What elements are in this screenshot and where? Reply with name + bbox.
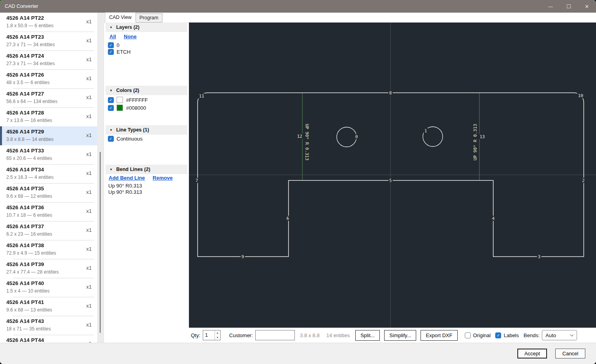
part-summary: 27.3 x 71 — 34 entities xyxy=(6,42,92,47)
cad-drawing xyxy=(189,23,596,328)
part-dimensions: 3.8 x 8.8 xyxy=(300,332,320,338)
part-summary: 7 x 13.6 — 16 entities xyxy=(6,118,92,123)
layers-section-header[interactable]: ▼ Layers (2) xyxy=(106,23,187,32)
collapse-triangle-icon: ▼ xyxy=(109,89,113,92)
part-qty: x1 xyxy=(86,265,92,271)
bend-annotation: UP 90° R 0.313 xyxy=(304,123,309,161)
tab-cad-view[interactable]: CAD View xyxy=(105,12,136,23)
split-button[interactable]: Split... xyxy=(355,330,380,341)
close-button[interactable]: ✕ xyxy=(578,0,596,13)
part-name: 4526 A14 PT34 xyxy=(6,167,92,173)
checkbox-row[interactable]: ✓Continuous xyxy=(108,136,143,142)
spin-down-icon[interactable]: ▼ xyxy=(215,335,220,340)
list-item[interactable]: 4526 A14 PT221.8 x 50.9 — 6 entitiesx1 xyxy=(0,13,97,32)
part-qty: x1 xyxy=(86,170,92,176)
part-qty: x1 xyxy=(86,94,92,100)
checkbox[interactable]: ✓ xyxy=(108,105,114,111)
customer-input[interactable] xyxy=(255,330,295,340)
checkbox[interactable]: ✓ xyxy=(108,42,114,48)
list-item-selected[interactable]: 4526 A14 PT293.8 x 8.8 — 14 entitiesx1 xyxy=(0,126,97,145)
list-item[interactable]: 4526 A14 PT2756.6 x 64 — 134 entitiesx1 xyxy=(0,88,97,107)
entity-count: 14 entities xyxy=(326,332,350,338)
part-summary: 3.8 x 8.8 — 14 entities xyxy=(6,137,92,142)
checkbox[interactable]: ✓ xyxy=(108,97,114,103)
line-types-section-header[interactable]: ▼ Line Types (1) xyxy=(106,125,187,135)
list-item[interactable]: 4526 A14 PT287 x 13.6 — 16 entitiesx1 xyxy=(0,107,97,126)
bend-lines-section-header[interactable]: ▼ Bend Lines (2) xyxy=(106,165,187,174)
list-item[interactable]: 4526 A14 PT3927.4 x 77.4 — 28 entitiesx1 xyxy=(0,259,97,278)
minimize-button[interactable]: — xyxy=(541,0,560,13)
add-bend-line-link[interactable]: Add Bend Line xyxy=(109,175,145,181)
part-name: 4526 A14 PT35 xyxy=(6,186,92,191)
bend-line-entry[interactable]: Up 90° R0.313 xyxy=(108,189,142,195)
entity-label: 9 xyxy=(241,254,245,259)
bend-line-entry[interactable]: Up 90° R0.313 xyxy=(108,183,142,189)
layers-none-link[interactable]: None xyxy=(124,34,137,39)
list-item[interactable]: 4526 A14 PT359.6 x 68 — 12 entitiesx1 xyxy=(0,183,97,202)
part-summary: 56.6 x 64 — 134 entities xyxy=(6,99,92,104)
customer-label: Customer: xyxy=(229,332,253,338)
part-name: 4526 A14 PT37 xyxy=(6,223,92,229)
part-summary: 6.2 x 23 — 16 entities xyxy=(6,231,92,237)
color-swatch xyxy=(117,97,123,103)
cad-viewport[interactable]: 118107526493011213UP 90° R 0.313UP 90° R… xyxy=(189,23,596,328)
entity-label: 1 xyxy=(424,128,428,133)
parts-list[interactable]: 4526 A14 PT221.8 x 50.9 — 6 entitiesx145… xyxy=(0,13,97,343)
list-item[interactable]: 4526 A14 PT2427.3 x 71 — 34 entitiesx1 xyxy=(0,51,97,69)
original-checkbox[interactable] xyxy=(465,332,471,338)
entity-label: 3 xyxy=(537,254,541,259)
list-item[interactable]: 4526 A14 PT2327.3 x 71 — 34 entitiesx1 xyxy=(0,32,97,51)
spin-up-icon[interactable]: ▲ xyxy=(215,330,220,335)
export-dxf-button[interactable]: Export DXF xyxy=(421,330,457,341)
checkbox-row[interactable]: ✓#008000 xyxy=(108,105,146,111)
list-item[interactable]: 4526 A14 PT2648 x 3.5 — 6 entitiesx1 xyxy=(0,69,97,88)
remove-bend-line-link[interactable]: Remove xyxy=(153,175,173,181)
collapse-triangle-icon: ▼ xyxy=(109,128,113,132)
bends-dropdown[interactable]: Auto xyxy=(542,330,577,340)
part-qty: x1 xyxy=(86,132,92,138)
checkbox-row[interactable]: ✓ETCH xyxy=(108,49,130,55)
qty-stepper[interactable]: 1 ▲ ▼ xyxy=(203,330,221,340)
entity-label: 2 xyxy=(581,178,586,183)
checkbox-label: #008000 xyxy=(126,105,146,111)
list-item[interactable]: 4526 A14 PT401.5 x 4 — 10 entitiesx1 xyxy=(0,278,97,297)
list-item[interactable]: 4526 A14 PT3365 x 20.6 — 4 entitiesx1 xyxy=(0,145,97,164)
entity-label: 5 xyxy=(389,178,393,183)
entity-label: 12 xyxy=(296,134,303,139)
part-qty: x1 xyxy=(86,208,92,214)
part-name: 4526 A14 PT28 xyxy=(6,110,92,116)
original-checkbox-row[interactable]: Original xyxy=(465,332,491,338)
tab-strip: CAD ViewProgram xyxy=(105,13,162,23)
checkbox-row[interactable]: ✓#FFFFFF xyxy=(108,97,148,103)
scrollbar-thumb[interactable] xyxy=(100,152,101,333)
list-item[interactable]: 4526 A14 PT342.5 x 16.3 — 4 entitiesx1 xyxy=(0,164,97,183)
maximize-button[interactable]: ☐ xyxy=(560,0,578,13)
part-name: 4526 A14 PT33 xyxy=(6,148,92,154)
tab-program[interactable]: Program xyxy=(136,13,162,23)
part-summary: 27.4 x 77.4 — 28 entities xyxy=(6,269,92,275)
colors-section-header[interactable]: ▼ Colors (2) xyxy=(106,86,187,95)
accept-button[interactable]: Accept xyxy=(517,349,547,358)
list-item[interactable]: 4526 A14 PT376.2 x 23 — 16 entitiesx1 xyxy=(0,221,97,240)
checkbox[interactable]: ✓ xyxy=(108,49,114,55)
list-item[interactable]: 4526 A14 PT44x1 xyxy=(0,335,97,343)
list-item[interactable]: 4526 A14 PT419.6 x 68 — 13 entitiesx1 xyxy=(0,297,97,316)
simplify-button[interactable]: Simplify... xyxy=(384,330,416,341)
checkbox[interactable]: ✓ xyxy=(108,136,114,142)
labels-checkbox[interactable]: ✓ xyxy=(495,332,501,338)
part-name: 4526 A14 PT40 xyxy=(6,280,92,286)
labels-checkbox-row[interactable]: ✓ Labels xyxy=(495,332,519,338)
layers-all-link[interactable]: All xyxy=(109,34,116,39)
list-item[interactable]: 4526 A14 PT4318 x 71 — 35 entitiesx1 xyxy=(0,316,97,335)
part-qty: x1 xyxy=(86,151,92,157)
cancel-button[interactable]: Cancel xyxy=(555,349,585,358)
part-summary: 65 x 20.6 — 4 entities xyxy=(6,156,92,161)
qty-value[interactable]: 1 xyxy=(203,330,215,340)
checkbox-row[interactable]: ✓0 xyxy=(108,42,119,48)
list-item[interactable]: 4526 A14 PT3610.7 x 18 — 6 entitiesx1 xyxy=(0,202,97,221)
title-bar[interactable]: CAD Converter — ☐ ✕ xyxy=(0,0,596,13)
parts-list-scrollbar[interactable] xyxy=(97,13,104,343)
part-qty: x1 xyxy=(86,303,92,309)
part-name: 4526 A14 PT23 xyxy=(6,34,92,40)
list-item[interactable]: 4526 A14 PT3872.9 x 4.9 — 15 entitiesx1 xyxy=(0,240,97,259)
